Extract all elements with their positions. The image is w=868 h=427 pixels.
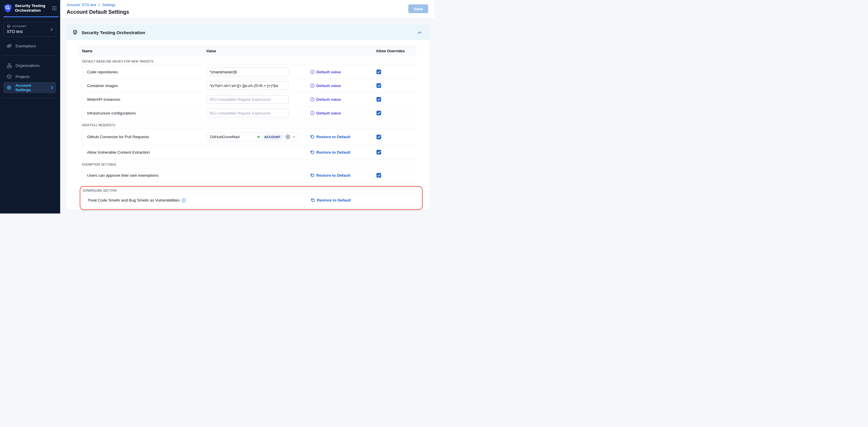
status-text: Restore to Default <box>317 198 351 203</box>
setting-label: Treat Code Smells and Bug Smells as Vuln… <box>88 198 180 203</box>
restore-to-default-link[interactable]: Restore to Default <box>310 150 376 154</box>
save-button[interactable]: Save <box>408 4 428 13</box>
status-dot <box>257 136 260 138</box>
restore-icon <box>311 198 315 203</box>
allow-overrides-checkbox[interactable] <box>376 173 381 178</box>
setting-label: Code repositories <box>82 70 207 74</box>
settings-group: Users can approve their own exemptions R… <box>82 168 416 183</box>
setting-label: Github Connector for Pull Requests <box>82 135 207 139</box>
settings-group: Github Connector for Pull Requests GitHu… <box>82 128 416 159</box>
settings-card: Security Testing Orchestration Name Valu… <box>66 25 429 210</box>
eye-off-icon <box>6 43 12 48</box>
restore-to-default-link[interactable]: Restore to Default <box>310 173 376 178</box>
sidebar-nav: Exemptions Organizations Projec <box>0 40 60 102</box>
setting-label: Users can approve their own exemptions <box>82 173 207 178</box>
column-header-overrides: Allow Overrides <box>376 49 405 53</box>
breadcrumb: Account: STO test Settings <box>67 3 427 7</box>
clear-icon[interactable] <box>285 134 290 139</box>
shield-icon <box>72 30 78 35</box>
connector-select[interactable]: GitHubGoneMad ACCOUNT <box>207 132 299 141</box>
page-content: Security Testing Orchestration Name Valu… <box>60 19 434 214</box>
table-row: Container images Default value <box>82 79 416 93</box>
gear-icon <box>6 85 12 90</box>
sidebar-divider <box>3 56 57 56</box>
table-row: Allow Vulnerable Content Extraction Rest… <box>82 145 416 159</box>
sidebar-item-organizations[interactable]: Organizations <box>0 60 60 71</box>
column-header-name: Name <box>82 49 206 53</box>
sidebar-item-label: Organizations <box>16 63 40 68</box>
allow-overrides-checkbox[interactable] <box>376 135 381 139</box>
setting-label: Allow Vulnerable Content Extraction <box>82 150 207 154</box>
regex-input[interactable] <box>207 81 288 90</box>
account-scope-label: ACCOUNT <box>12 25 27 28</box>
sidebar-item-label: Projects <box>16 74 30 79</box>
status-text: Restore to Default <box>316 173 350 178</box>
chevron-right-icon <box>51 28 53 31</box>
section-title: Security Testing Orchestration <box>82 30 145 35</box>
main-area: Account: STO test Settings Account Defau… <box>60 0 434 214</box>
info-icon[interactable] <box>182 198 186 203</box>
info-icon[interactable] <box>310 111 314 115</box>
chevron-right-icon <box>98 3 100 6</box>
allow-overrides-checkbox[interactable] <box>376 111 381 115</box>
status-text: Restore to Default <box>316 135 350 139</box>
sidebar-item-exemptions[interactable]: Exemptions <box>0 40 60 52</box>
sidebar-divider <box>3 98 57 98</box>
allow-overrides-checkbox[interactable] <box>376 69 381 74</box>
chevron-right-icon <box>51 86 53 89</box>
restore-icon <box>310 150 314 154</box>
regex-input[interactable] <box>207 95 288 104</box>
group-label: EXEMPTION SETTINGS <box>82 163 416 166</box>
table-row: Github Connector for Pull Requests GitHu… <box>82 129 416 145</box>
account-name: STO test <box>7 29 53 34</box>
info-icon[interactable] <box>310 70 314 74</box>
cube-icon <box>6 74 12 79</box>
breadcrumb-account-link[interactable]: Account: STO test <box>67 3 96 7</box>
allow-overrides-checkbox[interactable] <box>376 83 381 88</box>
status-text: Restore to Default <box>316 150 350 154</box>
org-chart-icon <box>6 63 12 68</box>
section-header[interactable]: Security Testing Orchestration <box>66 25 429 40</box>
regex-input[interactable] <box>207 109 288 117</box>
chevron-up-icon[interactable] <box>416 30 423 35</box>
layers-icon <box>7 25 10 28</box>
group-label: AIDA PULL REQUESTS <box>82 124 416 127</box>
breadcrumb-settings-link[interactable]: Settings <box>102 3 115 7</box>
allow-overrides-checkbox[interactable] <box>376 97 381 102</box>
table-row: Code repositories Default value <box>82 65 416 79</box>
setting-label: Infrastructure configurations <box>82 111 207 115</box>
scope-badge: ACCOUNT <box>262 134 283 140</box>
page-header: Account: STO test Settings Account Defau… <box>60 0 434 19</box>
app-logo-row: Security Testing Orchestration <box>0 0 60 15</box>
restore-icon <box>310 135 314 139</box>
info-icon[interactable] <box>310 97 314 102</box>
restore-to-default-link[interactable]: Restore to Default <box>310 135 376 139</box>
status-text: Default value <box>316 84 341 88</box>
shield-logo-icon <box>4 4 12 13</box>
group-label: SONARQUBE SECTION <box>83 189 416 192</box>
allow-overrides-checkbox[interactable] <box>376 150 381 154</box>
app-grid-icon[interactable] <box>52 6 57 10</box>
table-row: Web/API instances Default value <box>82 93 416 106</box>
regex-input[interactable] <box>207 67 288 76</box>
accent-divider <box>3 17 58 17</box>
restore-icon <box>310 173 314 178</box>
settings-group: Code repositories Default value <box>82 65 416 120</box>
account-selector[interactable]: ACCOUNT STO test <box>3 22 56 37</box>
connector-name: GitHubGoneMad <box>210 135 240 139</box>
chevron-down-icon[interactable] <box>292 136 296 138</box>
restore-to-default-link[interactable]: Restore to Default <box>311 198 377 203</box>
sidebar-item-account-settings[interactable]: Account Settings <box>3 82 56 93</box>
info-icon[interactable] <box>310 84 314 88</box>
sidebar: Security Testing Orchestration ACCOUNT S… <box>0 0 60 214</box>
sidebar-item-projects[interactable]: Projects <box>0 71 60 82</box>
sidebar-item-label: Account Settings <box>16 83 47 92</box>
table-row: Users can approve their own exemptions R… <box>82 168 416 183</box>
table-row: Infrastructure configurations Default va… <box>82 106 416 120</box>
page-title: Account Default Settings <box>67 9 427 15</box>
sidebar-item-label: Exemptions <box>16 44 36 48</box>
app-title: Security Testing Orchestration <box>15 3 48 13</box>
highlight-outline: SONARQUBE SECTION Treat Code Smells and … <box>80 186 423 210</box>
table-row: Treat Code Smells and Bug Smells as Vuln… <box>83 194 416 207</box>
settings-table: Name Value Allow Overrides DEFAULT BASEL… <box>66 45 429 210</box>
